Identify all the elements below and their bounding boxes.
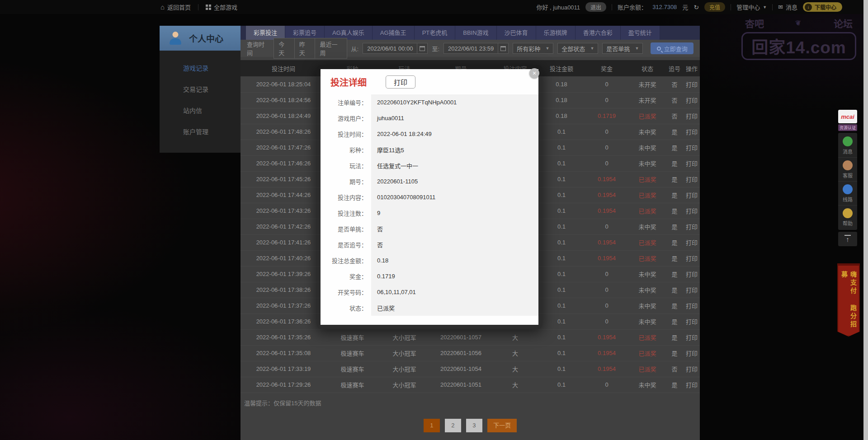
mcai-badge[interactable]: mcai — [838, 110, 857, 123]
floating-item[interactable]: 客服 — [838, 158, 857, 182]
page-button[interactable]: 1 — [424, 419, 440, 432]
print-row-link[interactable]: 打印 — [686, 271, 698, 278]
cell-time: 2022-06-01 18:25:04 — [241, 76, 326, 92]
print-row-link[interactable]: 打印 — [686, 97, 698, 104]
next-page-button[interactable]: 下一页 — [487, 419, 517, 432]
cell-time: 2022-06-01 17:29:26 — [241, 377, 326, 393]
promo-banner[interactable]: 嗨支付 跑分招募 — [837, 263, 860, 337]
divider — [731, 4, 731, 10]
print-row-link[interactable]: 打印 — [686, 303, 698, 309]
bet-detail-modal-body: 投注详细 打印 注单编号：202206010Y2KFTqNHpA0001游戏用户… — [321, 69, 538, 325]
cell-time: 2022-06-01 17:43:26 — [241, 203, 326, 219]
back-to-top-button[interactable]: ↑ — [838, 232, 857, 246]
cell-action: 打印 — [684, 234, 700, 250]
print-row-link[interactable]: 打印 — [686, 81, 698, 88]
field-value: 20220601-1105 — [371, 173, 538, 189]
page-scrollbar[interactable] — [863, 0, 868, 440]
print-row-link[interactable]: 打印 — [686, 255, 698, 262]
floating-item-label: 消息 — [838, 148, 857, 155]
quick-date-button[interactable]: 昨天 — [295, 38, 316, 59]
sidebar-item[interactable]: 站内信 — [160, 100, 241, 122]
cell-play: 大小冠军 — [378, 329, 430, 345]
print-row-link[interactable]: 打印 — [686, 318, 698, 325]
retention-note: 温馨提示：仅保留15天的数据 — [241, 393, 700, 407]
print-row-link[interactable]: 打印 — [686, 334, 698, 341]
field-label: 是否单挑： — [321, 225, 367, 233]
cell-amount: 0.1 — [539, 282, 584, 298]
select-value: 是否单挑 — [606, 44, 630, 53]
print-row-link[interactable]: 打印 — [686, 129, 698, 136]
date-to-value: 2022/06/01 23:59 — [444, 45, 498, 52]
print-button[interactable]: 打印 — [386, 75, 415, 89]
cell-play: 大小冠军 — [378, 377, 430, 393]
query-button[interactable]: 立即查询 — [651, 42, 693, 54]
print-row-link[interactable]: 打印 — [686, 382, 698, 389]
page-button[interactable]: 3 — [466, 419, 482, 432]
tab[interactable]: AG捕鱼王 — [373, 26, 415, 40]
floating-item[interactable]: 线路 — [838, 182, 857, 206]
cell-amount: 0.1 — [539, 250, 584, 266]
cell-action: 打印 — [684, 155, 700, 171]
messages-link[interactable]: ✉ 消息 — [778, 3, 797, 11]
print-row-link[interactable]: 打印 — [686, 145, 698, 151]
field-label: 期号： — [321, 177, 367, 186]
floating-item[interactable]: 消息 — [838, 134, 857, 158]
home-link[interactable]: ⌂ 返回首页 — [160, 3, 191, 11]
grid-icon — [206, 5, 211, 10]
admin-center-menu[interactable]: 管理中心 ▼ — [736, 3, 767, 11]
cell-amount: 0.1 — [539, 345, 584, 361]
cell-chase: 是 — [665, 345, 684, 361]
print-row-link[interactable]: 打印 — [686, 160, 698, 167]
quick-date-button[interactable]: 今天 — [274, 38, 295, 59]
query-button-label: 立即查询 — [664, 44, 688, 53]
print-row-link[interactable]: 打印 — [686, 224, 698, 230]
field-label: 状态： — [321, 304, 367, 312]
print-row-link[interactable]: 打印 — [686, 287, 698, 294]
chevron-down-icon: ▼ — [590, 46, 594, 51]
cell-action: 打印 — [684, 92, 700, 108]
all-games-link[interactable]: 全部游戏 — [206, 3, 237, 11]
sidebar-item[interactable]: 游戏记录 — [160, 58, 241, 79]
field-value: 否 — [371, 221, 538, 237]
calendar-icon[interactable] — [498, 43, 508, 53]
tab[interactable]: 香港六合彩 — [576, 26, 621, 40]
download-center-button[interactable]: ↓ 下载中心 — [803, 2, 842, 12]
print-row-link[interactable]: 打印 — [686, 239, 698, 246]
sidebar-item[interactable]: 交易记录 — [160, 79, 241, 100]
tab[interactable]: 盈亏统计 — [621, 26, 660, 40]
filter-select[interactable]: 所有彩种▼ — [513, 43, 553, 54]
refresh-balance-icon[interactable]: ↻ — [693, 4, 699, 11]
tab[interactable]: BBIN游戏 — [455, 26, 496, 40]
sidebar-item[interactable]: 账户管理 — [160, 122, 241, 143]
recharge-button[interactable]: 充值 — [704, 2, 725, 12]
modal-field-row: 状态：已派奖 — [321, 300, 538, 316]
print-row-link[interactable]: 打印 — [686, 113, 698, 120]
modal-field-row: 投注注数：9 — [321, 205, 538, 221]
filter-select[interactable]: 全部状态▼ — [557, 43, 598, 54]
print-row-link[interactable]: 打印 — [686, 208, 698, 215]
floating-item[interactable]: 帮助 — [838, 206, 857, 229]
floating-toolbar: mcai 资源认证 消息客服线路帮助 ↑ — [838, 110, 857, 246]
print-row-link[interactable]: 打印 — [686, 350, 698, 357]
date-from-input[interactable]: 2022/06/01 00:00 — [363, 43, 428, 54]
tab[interactable]: PT老虎机 — [415, 26, 456, 40]
watermark-ornament-icon: ❦ — [795, 19, 802, 27]
cell-prize: 0 — [584, 124, 629, 140]
column-header: 投注金额 — [539, 60, 584, 76]
tab[interactable]: 沙巴体育 — [497, 26, 536, 40]
logout-button[interactable]: 退出 — [585, 2, 606, 12]
greeting-text: 你好 , juhua0011 — [536, 3, 580, 11]
tab[interactable]: 乐游棋牌 — [536, 26, 576, 40]
filter-select[interactable]: 是否单挑▼ — [602, 43, 643, 54]
close-icon[interactable]: × — [529, 68, 539, 78]
page-button[interactable]: 2 — [445, 419, 461, 432]
print-row-link[interactable]: 打印 — [686, 192, 698, 199]
cell-prize: 0 — [584, 266, 629, 282]
print-row-link[interactable]: 打印 — [686, 366, 698, 373]
print-row-link[interactable]: 打印 — [686, 176, 698, 183]
quick-date-button[interactable]: 最近一周 — [315, 38, 347, 59]
calendar-icon[interactable] — [417, 43, 427, 53]
date-to-input[interactable]: 2022/06/01 23:59 — [443, 43, 509, 54]
cell-time: 2022-06-01 17:44:26 — [241, 187, 326, 203]
watermark-right: 论坛 — [834, 16, 853, 30]
